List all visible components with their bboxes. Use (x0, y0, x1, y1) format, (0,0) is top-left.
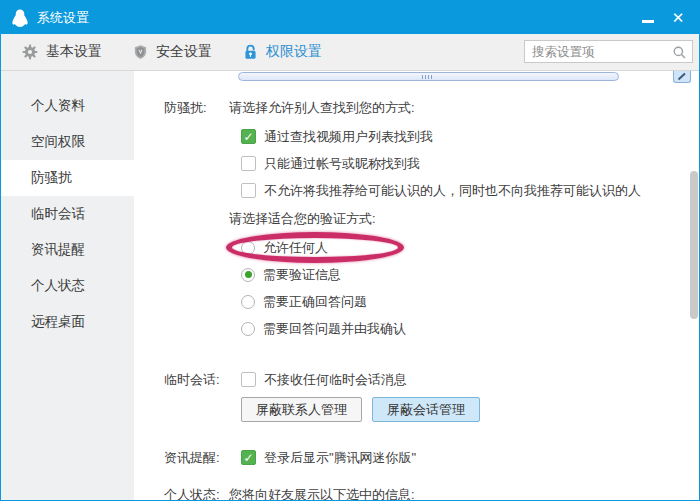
minimize-button[interactable] (633, 1, 663, 34)
find-prompt: 请选择允许别人查找到您的方式: (229, 99, 677, 116)
tab-label: 权限设置 (266, 43, 322, 61)
vertical-scrollbar-thumb[interactable] (690, 171, 698, 319)
tab-permission-settings[interactable]: 权限设置 (243, 43, 322, 61)
radio-label: 需要回答问题并由我确认 (263, 320, 406, 338)
tab-basic-settings[interactable]: 基本设置 (22, 43, 102, 61)
section-label: 个人状态: (164, 486, 229, 501)
radio-answer-and-confirm[interactable] (241, 322, 255, 336)
search-input[interactable] (525, 41, 692, 62)
shield-icon (133, 44, 148, 60)
status-prompt: 您将向好友展示以下选中的信息: (229, 486, 677, 501)
radio-label: 需要验证信息 (263, 266, 341, 284)
temp-session-option-row: 不接收任何临时会话消息 (241, 371, 677, 388)
pencil-icon (677, 72, 687, 81)
radio-answer-question[interactable] (241, 295, 255, 309)
sidebar-item-space-perms[interactable]: 空间权限 (1, 124, 134, 160)
sidebar-item-news-alert[interactable]: 资讯提醒 (1, 232, 134, 268)
settings-content: 防骚扰: 请选择允许别人查找到您的方式: 通过查找视频用户列表找到我 只能通过帐… (134, 71, 699, 500)
close-icon: ✕ (672, 9, 685, 27)
find-option-row: 只能通过帐号或昵称找到我 (241, 155, 677, 172)
manage-blocked-sessions-button[interactable]: 屏蔽会话管理 (372, 397, 480, 422)
checkbox-label: 不接收任何临时会话消息 (264, 371, 407, 389)
verify-option-row: 需要验证信息 (241, 266, 677, 283)
qq-penguin-icon (10, 8, 30, 28)
titlebar: 系统设置 ✕ (1, 1, 699, 34)
close-button[interactable]: ✕ (663, 1, 693, 34)
gear-icon (22, 44, 38, 60)
sidebar-item-status[interactable]: 个人状态 (1, 268, 134, 304)
section-temp-session: 临时会话: 不接收任何临时会话消息 屏蔽联系人管理 屏蔽会话管理 (164, 371, 677, 422)
find-option-row: 不允许将我推荐给可能认识的人，同时也不向我推荐可能认识的人 (241, 182, 677, 199)
checkbox-no-temp-messages[interactable] (241, 372, 256, 387)
edit-corner-button[interactable] (673, 71, 691, 83)
checkbox-find-by-video-list[interactable] (241, 129, 256, 144)
section-label: 防骚扰: (164, 99, 229, 347)
minimize-icon (642, 20, 654, 23)
verify-option-row: 允许任何人 (241, 239, 677, 256)
lock-icon (243, 44, 258, 60)
radio-need-verification[interactable] (241, 268, 255, 282)
checkbox-label: 登录后显示"腾讯网迷你版" (264, 449, 416, 467)
tab-security-settings[interactable]: 安全设置 (133, 43, 212, 61)
checkbox-label: 只能通过帐号或昵称找到我 (264, 155, 420, 173)
radio-label: 允许任何人 (263, 239, 328, 257)
sidebar-item-profile[interactable]: 个人资料 (1, 88, 134, 124)
find-option-row: 通过查找视频用户列表找到我 (241, 128, 677, 145)
section-label: 资讯提醒: (164, 449, 229, 466)
radio-allow-anyone[interactable] (241, 241, 255, 255)
manage-blocked-contacts-button[interactable]: 屏蔽联系人管理 (241, 397, 362, 422)
section-anti-harass: 防骚扰: 请选择允许别人查找到您的方式: 通过查找视频用户列表找到我 只能通过帐… (164, 99, 677, 347)
checkbox-label: 通过查找视频用户列表找到我 (264, 128, 433, 146)
sidebar-item-temp-session[interactable]: 临时会话 (1, 196, 134, 232)
checkbox-no-recommend[interactable] (241, 183, 256, 198)
tab-label: 安全设置 (156, 43, 212, 61)
news-alert-option-row: 登录后显示"腾讯网迷你版" (241, 449, 677, 466)
horizontal-scrollbar[interactable] (238, 72, 619, 81)
radio-label: 需要正确回答问题 (263, 293, 367, 311)
checkbox-find-by-account-only[interactable] (241, 156, 256, 171)
verify-option-row: 需要正确回答问题 (241, 293, 677, 310)
checkbox-label: 不允许将我推荐给可能认识的人，同时也不向我推荐可能认识的人 (264, 182, 641, 200)
search-icon (672, 45, 687, 60)
window-title: 系统设置 (37, 9, 89, 27)
verify-option-row: 需要回答问题并由我确认 (241, 320, 677, 337)
sidebar-item-anti-harass[interactable]: 防骚扰 (1, 160, 134, 196)
scrollbar-grip-icon (422, 75, 434, 79)
checkbox-show-mini-tencent[interactable] (241, 450, 256, 465)
section-label: 临时会话: (164, 371, 229, 422)
settings-search (524, 40, 693, 63)
settings-sidebar: 个人资料 空间权限 防骚扰 临时会话 资讯提醒 个人状态 远程桌面 (1, 71, 134, 500)
sidebar-item-remote-desk[interactable]: 远程桌面 (1, 304, 134, 340)
verify-prompt: 请选择适合您的验证方式: (229, 210, 677, 227)
section-news-alert: 资讯提醒: 登录后显示"腾讯网迷你版" (164, 449, 677, 466)
section-personal-status: 个人状态: 您将向好友展示以下选中的信息: 我的输入状态 (164, 486, 677, 501)
tab-label: 基本设置 (46, 43, 102, 61)
settings-window: 系统设置 ✕ (0, 0, 700, 501)
